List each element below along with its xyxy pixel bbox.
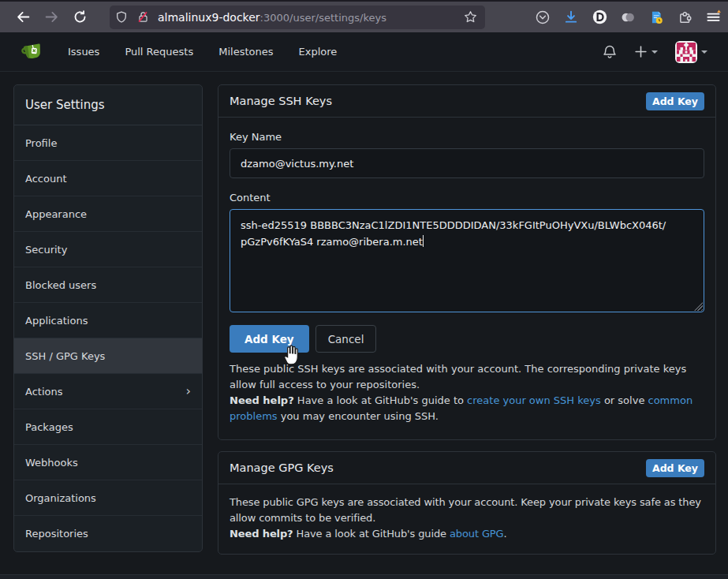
manage-gpg-keys-panel: Manage GPG Keys Add Key These public GPG… [218, 451, 716, 555]
pocket-icon[interactable] [531, 6, 554, 29]
nav-link-pull-requests[interactable]: Pull Requests [125, 46, 193, 58]
bookmark-star-icon[interactable] [464, 10, 477, 24]
key-name-input[interactable]: dzamo@victus.my.net [230, 148, 704, 178]
nav-link-milestones[interactable]: Milestones [218, 46, 273, 58]
gpg-guide-link[interactable]: about GPG [450, 528, 504, 540]
sidebar-item-actions[interactable]: Actions› [14, 374, 202, 409]
forward-button[interactable] [39, 6, 64, 29]
back-button[interactable] [10, 6, 35, 29]
settings-sidebar: User Settings Profile Account Appearance… [13, 84, 203, 552]
ssh-keys-guide-link[interactable]: create your own SSH keys [467, 394, 601, 406]
content-label: Content [230, 192, 704, 204]
gpg-help-text: These public GPG keys are associated wit… [218, 484, 715, 554]
user-menu-button[interactable] [670, 38, 712, 66]
sidebar-item-security[interactable]: Security [14, 232, 202, 267]
sidebar-item-profile[interactable]: Profile [14, 125, 202, 161]
avatar [675, 41, 697, 63]
chevron-down-icon [701, 50, 707, 54]
create-new-button[interactable] [629, 42, 663, 62]
chevron-right-icon: › [186, 385, 191, 398]
footer [0, 574, 728, 579]
extension-circles-icon[interactable] [616, 6, 640, 29]
insecure-lock-icon[interactable] [137, 11, 149, 23]
resize-grip[interactable] [694, 302, 703, 311]
url-text: almalinux9-docker:3000/user/settings/key… [158, 11, 386, 24]
url-host: almalinux9-docker [158, 11, 260, 24]
gitea-navbar: Issues Pull Requests Milestones Explore [0, 32, 728, 72]
sidebar-item-applications[interactable]: Applications [14, 303, 202, 338]
mouse-cursor [282, 344, 301, 365]
ssh-add-key-header-button[interactable]: Add Key [646, 92, 704, 110]
sidebar-item-account[interactable]: Account [14, 161, 202, 196]
url-bar[interactable]: almalinux9-docker:3000/user/settings/key… [110, 6, 485, 29]
content-textarea[interactable]: ssh-ed25519 BBBBC3NzaC1lZDI1NTE5DDDDIDAN… [230, 209, 704, 312]
text-caret [423, 235, 424, 247]
sidebar-item-ssh-gpg-keys[interactable]: SSH / GPG Keys [14, 338, 202, 374]
sidebar-item-organizations[interactable]: Organizations [14, 480, 202, 516]
ssh-panel-title: Manage SSH Keys [230, 95, 332, 107]
nav-link-explore[interactable]: Explore [298, 46, 337, 58]
downloads-icon[interactable] [559, 6, 583, 29]
reload-button[interactable] [67, 6, 92, 29]
manage-ssh-keys-panel: Manage SSH Keys Add Key Key Name dzamo@v… [218, 84, 716, 440]
nav-link-issues[interactable]: Issues [68, 46, 99, 58]
tracking-shield-icon[interactable] [115, 11, 128, 24]
gitea-logo[interactable] [21, 41, 43, 63]
url-path: :3000/user/settings/keys [260, 12, 386, 24]
sidebar-item-webhooks[interactable]: Webhooks [14, 445, 202, 480]
notifications-bell-icon[interactable] [598, 42, 622, 62]
cancel-button[interactable]: Cancel [315, 325, 377, 353]
sidebar-item-appearance[interactable]: Appearance [14, 196, 202, 232]
sidebar-title: User Settings [14, 85, 202, 125]
ssh-help-text: These public SSH keys are associated wit… [230, 361, 704, 424]
gpg-add-key-header-button[interactable]: Add Key [646, 459, 704, 477]
gpg-panel-title: Manage GPG Keys [230, 461, 334, 474]
extension-d-icon[interactable] [588, 6, 611, 29]
menu-hamburger-icon[interactable] [701, 6, 725, 29]
browser-toolbar: almalinux9-docker:3000/user/settings/key… [0, 2, 728, 32]
sidebar-item-blocked-users[interactable]: Blocked users [14, 267, 202, 303]
extension-doc-clock-icon[interactable] [644, 6, 668, 29]
sidebar-item-packages[interactable]: Packages [14, 409, 202, 445]
extensions-puzzle-icon[interactable] [673, 6, 696, 29]
key-name-label: Key Name [230, 131, 704, 143]
chevron-down-icon [651, 50, 658, 54]
sidebar-item-repositories[interactable]: Repositories [14, 516, 202, 551]
